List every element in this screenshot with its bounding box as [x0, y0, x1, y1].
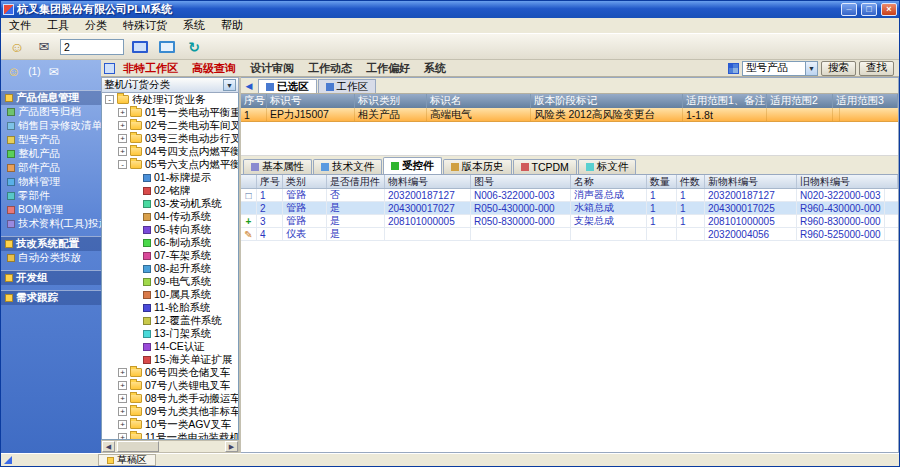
sidebar-item[interactable]: 自动分类投放	[1, 251, 101, 265]
sidebar-item[interactable]: 开发组	[1, 270, 101, 285]
column-header[interactable]: 适用范围3	[833, 94, 898, 108]
sidebar-item[interactable]: 需求跟踪	[1, 290, 101, 305]
sidebar-item[interactable]: 型号产品	[1, 133, 101, 147]
tree-node[interactable]: 11-轮胎系统	[102, 301, 238, 314]
row-icon[interactable]	[241, 202, 257, 214]
column-header[interactable]: 适用范围2	[767, 94, 833, 108]
menu-item[interactable]: 分类	[77, 18, 115, 33]
tree-toggle[interactable]: +	[118, 108, 127, 117]
sidebar-item[interactable]: 部件产品	[1, 161, 101, 175]
menu-item[interactable]: 系统	[175, 18, 213, 33]
sidebar-user-icon[interactable]	[7, 64, 20, 79]
user-icon[interactable]	[6, 37, 28, 57]
view-tab[interactable]: 已选区	[258, 79, 317, 93]
tree-node[interactable]: - 05号六支点内燃平衡重叉车	[102, 158, 238, 171]
tree-node[interactable]: 02-铭牌	[102, 184, 238, 197]
mail-icon[interactable]	[33, 37, 55, 57]
tree-toggle[interactable]: +	[118, 121, 127, 130]
tree-node[interactable]: + 10号一类AGV叉车	[102, 418, 238, 431]
column-header[interactable]: 件数	[677, 175, 705, 188]
menu-item[interactable]: 工具	[39, 18, 77, 33]
column-header[interactable]: 标识类别	[355, 94, 427, 108]
row-icon[interactable]: □	[241, 189, 257, 201]
detail-tab[interactable]: 基本属性	[243, 159, 312, 174]
sidebar-item[interactable]: 技改系统配置	[1, 236, 101, 251]
tree-node[interactable]: + 06号四类仓储叉车	[102, 366, 238, 379]
table-row[interactable]: ✎ 4 仪表 是 20320004056 R960-525000-00	[241, 228, 898, 241]
scroll-right-icon[interactable]: ▶	[225, 441, 238, 452]
column-header[interactable]: 标识名	[427, 94, 531, 108]
sidebar-item[interactable]: 零部件	[1, 189, 101, 203]
column-header[interactable]: 物料编号	[385, 175, 471, 188]
tree-toggle[interactable]: +	[118, 381, 127, 390]
tree-toggle[interactable]: +	[118, 147, 127, 156]
maximize-button[interactable]	[861, 3, 877, 16]
tree-toggle[interactable]: -	[118, 160, 127, 169]
column-header[interactable]: 新物料编号	[705, 175, 797, 188]
tree-toggle[interactable]: +	[118, 420, 127, 429]
tree-horizontal-scrollbar[interactable]: ◀ ▶	[101, 440, 239, 453]
column-header[interactable]: 名称	[571, 175, 647, 188]
column-header[interactable]: 版本阶段标记	[531, 94, 683, 108]
tree-node[interactable]: + 03号三类电动步行叉车	[102, 132, 238, 145]
column-header[interactable]: 类别	[283, 175, 327, 188]
tree-node[interactable]: + 02号二类电动车间叉车	[102, 119, 238, 132]
detail-tab[interactable]: 标文件	[578, 159, 637, 174]
tree-node[interactable]: 15-海关单证扩展	[102, 353, 238, 366]
scrollbar-thumb[interactable]	[117, 441, 159, 452]
tree-toggle[interactable]: +	[118, 394, 127, 403]
tree-node[interactable]: + 11号一类电动装载机	[102, 431, 238, 440]
sidebar-item[interactable]: BOM管理	[1, 203, 101, 217]
tree-node[interactable]: + 01号一类电动平衡重叉车	[102, 106, 238, 119]
display-button[interactable]	[156, 37, 178, 57]
tree-node[interactable]: 10-属具系统	[102, 288, 238, 301]
column-header[interactable]: 图号	[471, 175, 571, 188]
row-icon[interactable]: ✎	[241, 228, 257, 240]
tree-toggle[interactable]: +	[118, 134, 127, 143]
tree-node[interactable]: 06-制动系统	[102, 236, 238, 249]
close-button[interactable]	[881, 3, 897, 16]
sidebar-mail-icon[interactable]	[49, 65, 59, 79]
column-header[interactable]: 是否借用件	[327, 175, 385, 188]
find-button[interactable]: 查找	[859, 61, 894, 76]
chevron-down-icon[interactable]: ▼	[223, 79, 236, 91]
tree-node[interactable]: 04-传动系统	[102, 210, 238, 223]
menu-item[interactable]: 特殊订货	[115, 18, 175, 33]
product-type-dropdown[interactable]: 型号产品 ▼	[742, 61, 818, 76]
minimize-button[interactable]	[841, 3, 857, 16]
preview-button[interactable]	[129, 37, 151, 57]
view-tab[interactable]: 工作区	[318, 79, 377, 93]
menu-item[interactable]: 帮助	[213, 18, 251, 33]
grid-icon[interactable]	[728, 63, 739, 74]
tree-toggle[interactable]: +	[118, 407, 127, 416]
menu-item[interactable]: 文件	[1, 18, 39, 33]
back-arrow-icon[interactable]: ◀	[243, 80, 255, 92]
draft-area-tab[interactable]: 草稿区	[98, 454, 156, 466]
tree-node[interactable]: + 07号八类锂电叉车	[102, 379, 238, 392]
workspace-tab[interactable]: 系统	[418, 61, 452, 76]
sidebar-item[interactable]: 产品信息管理	[1, 90, 101, 105]
tree-node[interactable]: - 待处理订货业务	[102, 93, 238, 106]
toolbar-search-input[interactable]	[60, 39, 124, 55]
tree-node[interactable]: + 04号四支点内燃平衡重叉车	[102, 145, 238, 158]
tree-toggle[interactable]: +	[118, 433, 127, 440]
detail-tab[interactable]: 版本历史	[443, 159, 512, 174]
row-icon[interactable]: +	[241, 215, 257, 227]
workspace-tab[interactable]: 工作动态	[302, 61, 358, 76]
workspace-tab[interactable]: 非特工作区	[117, 61, 184, 76]
tree-node[interactable]: 13-门架系统	[102, 327, 238, 340]
workspace-tab[interactable]: 工作偏好	[360, 61, 416, 76]
workspace-tab[interactable]: 高级查询	[186, 61, 242, 76]
detail-tab[interactable]: 受控件	[383, 157, 442, 174]
column-header[interactable]: 序号	[241, 94, 267, 108]
chevron-down-icon[interactable]: ▼	[805, 62, 817, 75]
sidebar-item[interactable]: 整机产品	[1, 147, 101, 161]
column-header[interactable]	[241, 175, 257, 188]
tree-node[interactable]: + 08号九类手动搬运车	[102, 392, 238, 405]
tree-node[interactable]: 05-转向系统	[102, 223, 238, 236]
table-row[interactable]: 2 管路 是 204300017027 R050-430000-000 水箱总成…	[241, 202, 898, 215]
column-header[interactable]: 数量	[647, 175, 677, 188]
tree-toggle[interactable]: +	[118, 368, 127, 377]
refresh-icon[interactable]	[183, 37, 205, 57]
tree-toggle[interactable]: -	[105, 95, 114, 104]
